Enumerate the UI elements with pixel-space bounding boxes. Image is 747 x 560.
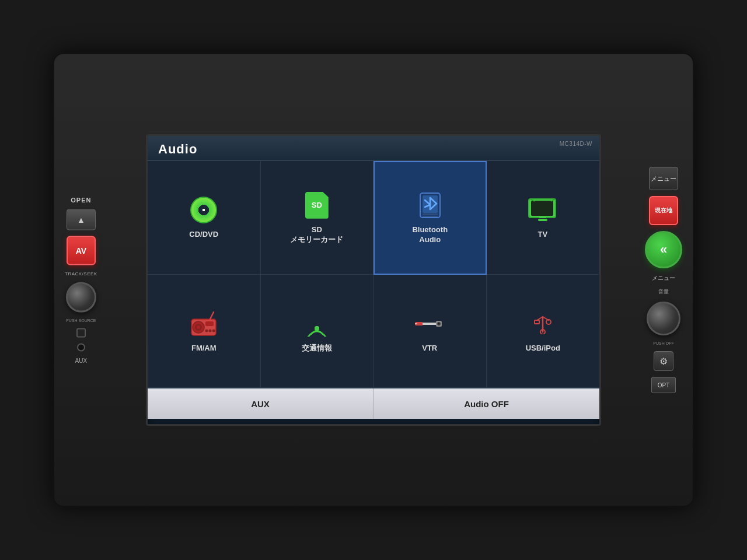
- svg-point-30: [438, 323, 440, 324]
- open-label: OPEN: [71, 197, 91, 204]
- genzaichi-button[interactable]: 現在地: [649, 196, 678, 225]
- usb-ipod-label: USB/iPod: [526, 344, 560, 354]
- eject-button[interactable]: ▲: [67, 209, 96, 230]
- right-controls: メニュー 現在地 « メニュー 音量 PUSH OFF ⚙ OPT: [645, 167, 682, 393]
- svg-point-23: [212, 329, 215, 332]
- av-button[interactable]: AV: [67, 236, 96, 265]
- svg-line-19: [210, 312, 214, 319]
- vtr-icon-container: [414, 309, 445, 339]
- main-screen: MC314D-W Audio CD/DVD SD: [146, 134, 601, 426]
- traffic-info-icon: [302, 311, 331, 337]
- sd-card-button[interactable]: SD SDメモリーカード: [261, 161, 374, 275]
- tv-button[interactable]: TV: [487, 161, 600, 275]
- cd-dvd-icon-container: [189, 195, 219, 225]
- gear-button[interactable]: ⚙: [654, 351, 673, 371]
- menu-button-jp[interactable]: メニュー: [649, 167, 678, 190]
- vtr-label: VTR: [422, 344, 437, 354]
- bluetooth-audio-icon: [419, 192, 441, 219]
- car-unit: OPEN ▲ AV TRACK/SEEK PUSH SOURCE AUX メニュ…: [53, 52, 694, 508]
- gear-icon: ⚙: [659, 356, 668, 367]
- track-seek-knob[interactable]: [66, 282, 96, 313]
- usb-icon-container: [528, 309, 558, 339]
- opt-button[interactable]: OPT: [651, 377, 676, 393]
- sd-card-icon: SD: [305, 192, 329, 219]
- usb-ipod-icon: [529, 313, 557, 334]
- bluetooth-icon-container: [415, 190, 445, 220]
- svg-point-21: [205, 329, 208, 332]
- tv-icon: [528, 198, 558, 222]
- menu-label-jp: メニュー: [652, 274, 675, 282]
- screen-header: Audio: [148, 136, 599, 161]
- vtr-icon: [414, 318, 445, 330]
- tv-icon-container: [528, 195, 558, 225]
- traffic-label: 交通情報: [302, 344, 332, 354]
- fmam-icon-container: [189, 309, 219, 339]
- sd-icon-container: SD: [302, 190, 332, 220]
- source-button[interactable]: [76, 328, 86, 338]
- push-off-label: PUSH OFF: [653, 341, 673, 345]
- cd-dvd-button[interactable]: CD/DVD: [148, 161, 261, 275]
- volume-knob[interactable]: [647, 302, 680, 335]
- svg-rect-12: [538, 219, 547, 221]
- bluetooth-audio-label: BluetoothAudio: [412, 225, 448, 245]
- tv-label: TV: [537, 230, 547, 240]
- cd-dvd-icon: [190, 197, 217, 223]
- push-source-label: PUSH SOURCE: [66, 318, 96, 323]
- svg-rect-27: [423, 323, 437, 325]
- aux-button[interactable]: AUX: [148, 388, 374, 419]
- left-controls: OPEN ▲ AV TRACK/SEEK PUSH SOURCE AUX: [65, 197, 97, 364]
- svg-rect-10: [531, 201, 553, 216]
- usb-ipod-button[interactable]: USB/iPod: [487, 275, 600, 388]
- traffic-icon-container: [302, 309, 332, 339]
- audio-grid: CD/DVD SD SDメモリーカード: [148, 161, 599, 388]
- svg-rect-35: [535, 320, 539, 324]
- audio-off-button[interactable]: Audio OFF: [374, 388, 599, 419]
- aux-button-label: AUX: [251, 399, 270, 409]
- model-number: MC314D-W: [560, 141, 592, 147]
- traffic-button[interactable]: 交通情報: [261, 275, 374, 388]
- back-icon: «: [660, 242, 667, 257]
- back-button[interactable]: «: [645, 231, 682, 268]
- track-seek-label: TRACK/SEEK: [65, 271, 97, 276]
- fm-am-label: FM/AM: [191, 344, 217, 354]
- svg-point-18: [197, 326, 200, 329]
- vtr-button[interactable]: VTR: [374, 275, 487, 388]
- svg-rect-20: [205, 321, 214, 326]
- sd-card-label: SDメモリーカード: [290, 225, 343, 245]
- bluetooth-audio-button[interactable]: BluetoothAudio: [374, 161, 487, 275]
- cd-dvd-label: CD/DVD: [189, 230, 218, 240]
- bottom-bar: AUX Audio OFF: [148, 388, 599, 419]
- svg-point-25: [315, 326, 319, 331]
- aux-jack: [77, 344, 85, 352]
- aux-label: AUX: [75, 358, 88, 364]
- fm-am-button[interactable]: FM/AM: [148, 275, 261, 388]
- screen-content: CD/DVD SD SDメモリーカード: [148, 161, 599, 419]
- volume-label: 音量: [658, 288, 669, 296]
- fm-am-icon: [189, 311, 218, 337]
- audio-off-button-label: Audio OFF: [464, 399, 509, 409]
- screen-title: Audio: [158, 142, 197, 156]
- svg-point-22: [209, 329, 212, 332]
